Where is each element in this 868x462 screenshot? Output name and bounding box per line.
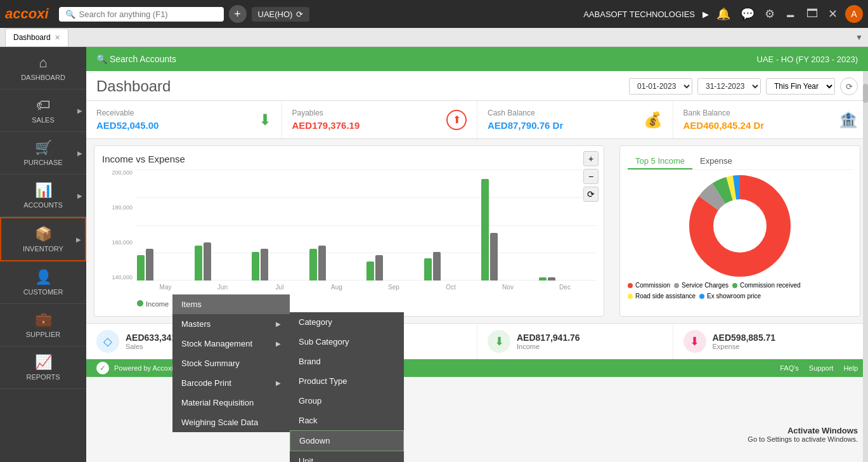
footer-support-link[interactable]: Support [809,364,834,372]
y-label-2: 160,000 [102,239,133,246]
maximize-icon[interactable]: 🗖 [806,7,818,21]
bar-sep-expense [375,255,383,280]
menu-item-godown[interactable]: Godown [290,430,404,451]
income-expense-chart: Income vs Expense + − ⟳ 200,000 180,000 … [94,145,604,317]
legend-ex-showroom: Ex showroom price [699,293,761,300]
bar-nov-expense [490,233,498,280]
menu-item-unit[interactable]: Unit [290,451,404,462]
bars-container [137,169,593,280]
masters-arrow-icon: ▶ [276,320,281,327]
menu-item-rack[interactable]: Rack [290,411,404,430]
messages-icon[interactable]: 💬 [741,7,755,21]
x-label-oct: Oct [422,284,479,296]
pie-tabs: Top 5 Income Expense [628,154,852,170]
bar-aug-income [309,249,317,280]
accounts-icon: 📊 [35,182,52,199]
cash-icon: 💰 [644,111,663,129]
menu-item-weighing-scale[interactable]: Weighing Scale Data [172,412,290,432]
page-title: Dashboard [96,77,171,95]
org-selector[interactable]: UAE(HO) ⟳ [252,7,310,22]
expense-stat-label: Expense [713,343,776,350]
menu-item-material-requisition[interactable]: Material Requisition [172,393,290,412]
footer-faq-link[interactable]: FAQ's [780,364,799,372]
bar-group-jun [195,242,250,280]
tabbar-dropdown-icon[interactable]: ▼ [855,33,863,42]
payables-icon: ⬆ [446,110,467,130]
purchase-icon: 🛒 [35,140,52,156]
global-search-input[interactable] [79,10,206,19]
pie-tab-expense[interactable]: Expense [692,154,740,169]
expense-stat-value: AED598,885.71 [713,333,776,343]
menu-item-masters[interactable]: Masters ▶ [172,314,290,334]
commission-label: Commission [635,282,670,289]
purchase-arrow-icon: ▶ [77,150,82,157]
sidebar-item-inventory[interactable]: 📦 INVENTORY ▶ [0,217,86,261]
menu-item-stock-summary[interactable]: Stock Summary [172,353,290,373]
menu-item-product-type[interactable]: Product Type [290,371,404,391]
close-icon[interactable]: ✕ [828,7,838,21]
activate-title: Activate Windows [748,426,858,435]
menu-item-stock-management[interactable]: Stock Management ▶ [172,334,290,353]
settings-icon[interactable]: ⚙ [765,7,775,21]
refresh-button[interactable]: ⟳ [840,77,858,95]
global-search-box[interactable]: 🔍 [59,7,224,22]
tab-dashboard[interactable]: Dashboard ✕ [5,29,68,46]
sidebar-label-accounts: ACCOUNTS [23,201,63,209]
vertical-scrollbar[interactable] [863,71,868,462]
footer-help-link[interactable]: Help [843,364,858,372]
menu-item-group[interactable]: Group [290,391,404,411]
date-from-selector[interactable]: 01-01-2023 [629,78,692,95]
bar-group-dec [539,277,594,280]
chart-zoom-in-button[interactable]: + [583,151,599,166]
add-button[interactable]: + [229,5,247,23]
username-label: AABASOFT TECHNOLOGIES [583,10,695,19]
sidebar-item-reports[interactable]: 📈 REPORTS [0,346,86,389]
menu-item-brand[interactable]: Brand [290,352,404,371]
sales-arrow-icon: ▶ [77,107,82,114]
y-label-0: 200,000 [102,169,133,176]
search-accounts-bar[interactable]: 🔍 Search Accounts UAE - HO (FY 2023 - 20… [86,47,868,71]
menu-item-barcode-print[interactable]: Barcode Print ▶ [172,373,290,393]
cash-balance-value: AED87,790.76 Dr [488,120,563,131]
bank-balance-label: Bank Balance [683,109,765,117]
tab-close-icon[interactable]: ✕ [55,34,60,42]
x-label-nov: Nov [479,284,536,296]
menu-item-items[interactable]: Items [172,294,290,314]
masters-submenu: Category Sub Category Brand Product Type… [290,312,404,462]
cash-balance-label: Cash Balance [488,109,563,117]
scrollbar-thumb[interactable] [863,84,868,103]
main-layout: ⌂ DASHBOARD 🏷 SALES ▶ 🛒 PURCHASE ▶ 📊 ACC… [0,47,868,462]
refresh-icon[interactable]: ⟳ [296,10,303,19]
sidebar-label-sales: SALES [32,116,54,124]
menu-item-category[interactable]: Category [290,312,404,332]
pie-tab-income[interactable]: Top 5 Income [628,154,692,169]
sidebar-item-customer[interactable]: 👤 CUSTOMER [0,261,86,304]
sidebar-item-supplier[interactable]: 💼 SUPPLIER [0,304,86,346]
footer-check-icon: ✓ [96,362,109,374]
minimize-icon[interactable]: 🗕 [785,7,796,21]
accounts-arrow-icon: ▶ [77,192,82,199]
notifications-icon[interactable]: 🔔 [716,7,730,21]
sidebar-item-purchase[interactable]: 🛒 PURCHASE ▶ [0,132,86,175]
sidebar-item-sales[interactable]: 🏷 SALES ▶ [0,89,86,132]
bar-jul-income [252,252,259,280]
tabbar: Dashboard ✕ ▼ [0,28,868,47]
service-charges-label: Service Charges [682,282,729,289]
fin-year-selector[interactable]: This Fin Year [766,78,835,95]
receivable-label: Receivable [96,109,159,117]
sidebar-item-accounts[interactable]: 📊 ACCOUNTS ▶ [0,175,86,217]
ex-showroom-label: Ex showroom price [707,293,761,300]
pie-chart-svg [683,175,797,277]
menu-item-sub-category[interactable]: Sub Category [290,332,404,352]
road-side-dot [628,294,633,299]
bank-icon: 🏦 [839,111,858,129]
customer-icon: 👤 [35,269,52,286]
bar-may-expense [146,249,153,280]
commission-dot [628,283,633,288]
sidebar-item-dashboard[interactable]: ⌂ DASHBOARD [0,47,86,89]
sidebar-label-purchase: PURCHASE [23,159,62,166]
footer-links: FAQ's Support Help [780,364,858,372]
stat-card-expense: ⬇ AED598,885.71 Expense [673,324,869,359]
date-to-selector[interactable]: 31-12-2023 [697,78,761,95]
dashboard-header: Dashboard 01-01-2023 31-12-2023 This Fin… [86,71,868,101]
